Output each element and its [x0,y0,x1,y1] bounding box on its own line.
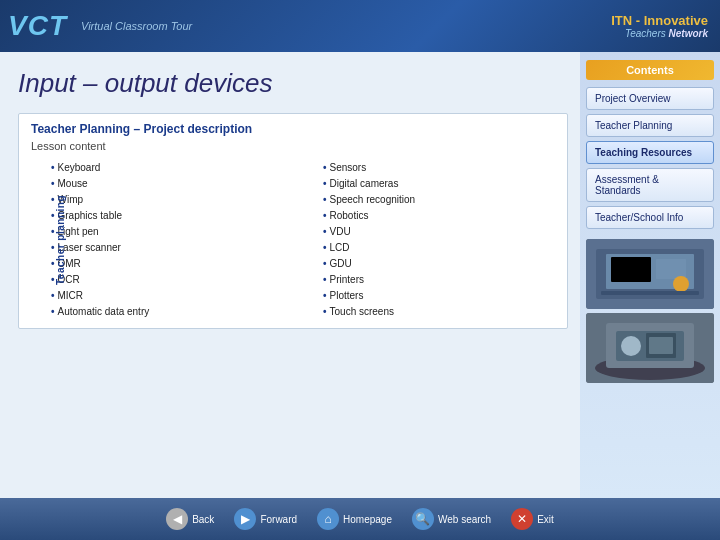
section-title: Teacher Planning – Project description [31,122,555,136]
list-item: Light pen [51,224,283,240]
forward-button[interactable]: ▶ Forward [228,505,303,533]
list-item: Plotters [323,288,555,304]
sidebar-item-teaching-resources[interactable]: Teaching Resources [586,141,714,164]
web-icon: 🔍 [412,508,434,530]
home-icon: ⌂ [317,508,339,530]
websearch-button[interactable]: 🔍 Web search [406,505,497,533]
header: VCT Virtual Classroom Tour ITN - Innovat… [0,0,720,52]
photo-2 [586,313,714,383]
footer: ◀ Back ▶ Forward ⌂ Homepage 🔍 Web search… [0,498,720,540]
svg-rect-4 [656,259,686,279]
svg-rect-13 [649,337,673,354]
list-item: Keyboard [51,160,283,176]
page-title: Input – output devices [18,68,568,99]
itn-line2: Teachers Network [611,28,708,39]
photo-1 [586,239,714,309]
vct-logo: VCT [8,10,67,42]
main-content: Input – output devices Teacher Planning … [0,52,720,498]
list-item: Touch screens [323,304,555,320]
list-item: OCR [51,272,283,288]
itn-logo: ITN - Innovative Teachers Network [611,13,708,39]
list-item: Automatic data entry [51,304,283,320]
content-area: Input – output devices Teacher Planning … [0,52,580,498]
header-left: VCT Virtual Classroom Tour [8,10,192,42]
sidebar-item-assessment[interactable]: Assessment & Standards [586,168,714,202]
lesson-label: Lesson content [31,140,555,152]
svg-point-5 [673,276,689,292]
sidebar-item-teacher-school[interactable]: Teacher/School Info [586,206,714,229]
contents-button[interactable]: Contents [586,60,714,80]
col2-items: Sensors Digital cameras Speech recogniti… [323,160,555,320]
rotated-label: Teacher planning [55,195,66,285]
col2-list: Sensors Digital cameras Speech recogniti… [303,160,555,320]
svg-rect-3 [611,257,651,282]
itn-line1: ITN - Innovative [611,13,708,28]
back-icon: ◀ [166,508,188,530]
sidebar: Contents Project Overview Teacher Planni… [580,52,720,498]
sidebar-item-teacher-planning[interactable]: Teacher Planning [586,114,714,137]
svg-point-11 [621,336,641,356]
list-item: MICR [51,288,283,304]
two-col: Teacher planning Keyboard Mouse Wimp Gra… [31,160,555,320]
back-button[interactable]: ◀ Back [160,505,220,533]
list-item: LCD [323,240,555,256]
svg-rect-6 [601,291,699,295]
list-item: Robotics [323,208,555,224]
list-item: VDU [323,224,555,240]
list-item: Wimp [51,192,283,208]
vct-subtitle: Virtual Classroom Tour [81,20,192,32]
homepage-button[interactable]: ⌂ Homepage [311,505,398,533]
col1-list: Keyboard Mouse Wimp Graphics table Light… [31,160,283,320]
list-item: Printers [323,272,555,288]
exit-icon: ✕ [511,508,533,530]
photo-area [586,239,714,383]
list-item: GDU [323,256,555,272]
list-item: OMR [51,256,283,272]
list-item: Mouse [51,176,283,192]
list-item: Sensors [323,160,555,176]
exit-button[interactable]: ✕ Exit [505,505,560,533]
sidebar-item-project-overview[interactable]: Project Overview [586,87,714,110]
section-box: Teacher Planning – Project description L… [18,113,568,329]
list-item: Graphics table [51,208,283,224]
col1-items: Keyboard Mouse Wimp Graphics table Light… [51,160,283,320]
list-item: Speech recognition [323,192,555,208]
list-item: Laser scanner [51,240,283,256]
list-item: Digital cameras [323,176,555,192]
forward-icon: ▶ [234,508,256,530]
